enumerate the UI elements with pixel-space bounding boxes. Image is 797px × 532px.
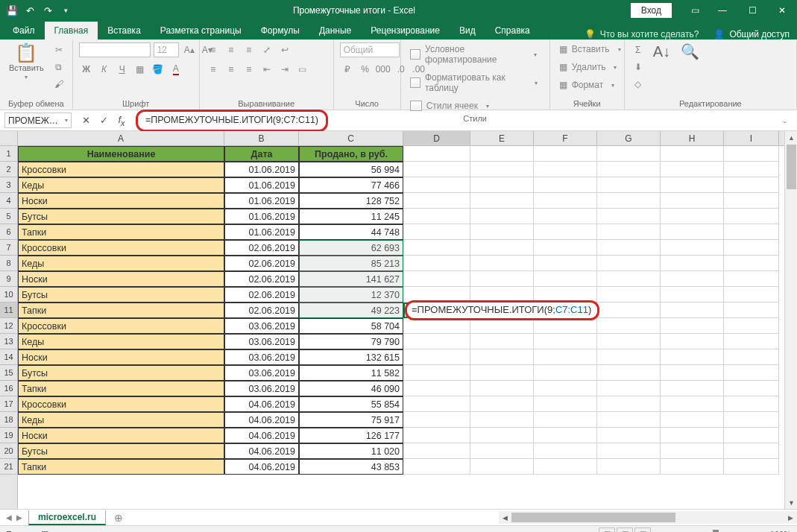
cell[interactable]: 01.06.2019: [224, 162, 299, 177]
cell[interactable]: [403, 209, 470, 224]
cell[interactable]: 04.06.2019: [224, 459, 299, 475]
row-header[interactable]: 15: [0, 365, 17, 381]
column-header[interactable]: E: [470, 131, 534, 145]
cell[interactable]: 01.06.2019: [224, 193, 299, 209]
cell[interactable]: [597, 162, 661, 177]
row-header[interactable]: 12: [0, 318, 17, 334]
next-sheet-icon[interactable]: ▶: [16, 513, 22, 522]
cell[interactable]: 03.06.2019: [224, 365, 299, 381]
align-middle-icon[interactable]: ≡: [224, 42, 239, 57]
cell[interactable]: Тапки: [18, 459, 224, 475]
cell[interactable]: [661, 459, 724, 475]
cell[interactable]: [661, 146, 724, 162]
cell[interactable]: [534, 412, 597, 428]
cell[interactable]: 12 370: [299, 287, 403, 303]
cells-area[interactable]: НаименованиеДатаПродано, в руб.Кроссовки…: [18, 146, 797, 509]
cell[interactable]: [534, 146, 597, 162]
cell[interactable]: 46 090: [299, 381, 403, 396]
cell[interactable]: Носки: [18, 428, 224, 443]
cell[interactable]: [724, 459, 779, 475]
cell[interactable]: 03.06.2019: [224, 381, 299, 396]
row-header[interactable]: 13: [0, 334, 17, 349]
cell[interactable]: [597, 428, 661, 443]
maximize-icon[interactable]: ☐: [737, 0, 767, 21]
cell[interactable]: [470, 334, 534, 349]
cell[interactable]: [534, 428, 597, 443]
column-header[interactable]: A: [18, 131, 224, 145]
cell[interactable]: [661, 334, 724, 349]
zoom-out-icon[interactable]: —: [652, 530, 670, 533]
cell[interactable]: [403, 256, 470, 271]
merge-icon[interactable]: ▭: [295, 62, 310, 77]
orientation-icon[interactable]: ⤢: [259, 42, 274, 57]
scroll-up-icon[interactable]: ▲: [785, 131, 797, 144]
cell[interactable]: [403, 334, 470, 349]
cell[interactable]: [470, 365, 534, 381]
name-box[interactable]: ПРОМЕЖ… ▾: [4, 113, 72, 128]
cell[interactable]: Кроссовки: [18, 162, 224, 177]
row-header[interactable]: 4: [0, 193, 17, 209]
cut-icon[interactable]: ✂: [51, 42, 66, 57]
row-header[interactable]: 7: [0, 240, 17, 256]
page-break-view-icon[interactable]: ▤: [634, 528, 651, 533]
cell-styles-button[interactable]: Стили ячеек▾: [407, 99, 496, 113]
cell[interactable]: [470, 177, 534, 193]
cell[interactable]: [661, 193, 724, 209]
cell[interactable]: 01.06.2019: [224, 224, 299, 240]
cell[interactable]: Наименование: [18, 146, 224, 162]
row-header[interactable]: 3: [0, 177, 17, 193]
cancel-formula-icon[interactable]: ✕: [79, 114, 92, 127]
column-header[interactable]: D: [403, 131, 470, 145]
cell[interactable]: 02.06.2019: [224, 303, 299, 318]
cell[interactable]: [534, 256, 597, 271]
cell[interactable]: [534, 396, 597, 412]
cell[interactable]: [597, 177, 661, 193]
cell[interactable]: [661, 177, 724, 193]
cell[interactable]: 141 627: [299, 271, 403, 287]
cell[interactable]: [724, 365, 779, 381]
cell[interactable]: [470, 256, 534, 271]
cell[interactable]: 01.06.2019: [224, 209, 299, 224]
scroll-thumb[interactable]: [787, 145, 796, 189]
cell[interactable]: 04.06.2019: [224, 412, 299, 428]
paste-button[interactable]: 📋 Вставить ▾: [6, 42, 47, 82]
cell[interactable]: [534, 443, 597, 459]
cell[interactable]: [403, 224, 470, 240]
redo-icon[interactable]: ↷: [40, 3, 55, 18]
save-icon[interactable]: 💾: [4, 3, 19, 18]
cell[interactable]: [597, 396, 661, 412]
cell[interactable]: [534, 459, 597, 475]
row-header[interactable]: 14: [0, 349, 17, 365]
conditional-formatting-button[interactable]: Условное форматирование▾: [407, 42, 544, 66]
row-header[interactable]: 11: [0, 303, 17, 318]
cell[interactable]: [597, 412, 661, 428]
cell[interactable]: Кеды: [18, 177, 224, 193]
cell[interactable]: 62 693: [299, 240, 403, 256]
scroll-right-icon[interactable]: ▶: [784, 514, 797, 522]
row-header[interactable]: 18: [0, 412, 17, 428]
font-color-icon[interactable]: A: [168, 62, 183, 77]
tab-file[interactable]: Файл: [3, 22, 45, 39]
format-as-table-button[interactable]: Форматировать как таблицу▾: [407, 71, 544, 95]
cell[interactable]: 02.06.2019: [224, 240, 299, 256]
align-top-icon[interactable]: ≡: [206, 42, 221, 57]
qat-customize-icon[interactable]: ▾: [58, 3, 73, 18]
cell[interactable]: 02.06.2019: [224, 271, 299, 287]
column-header[interactable]: I: [724, 131, 779, 145]
cell[interactable]: [470, 412, 534, 428]
cell[interactable]: [403, 146, 470, 162]
vertical-scrollbar[interactable]: ▲ ▼: [784, 131, 797, 509]
sheet-nav[interactable]: ◀▶: [0, 513, 28, 522]
worksheet-grid[interactable]: ABCDEFGHI 123456789101112131415161718192…: [0, 131, 797, 509]
cell[interactable]: Кеды: [18, 256, 224, 271]
zoom-level[interactable]: 100%: [766, 530, 791, 533]
row-header[interactable]: 16: [0, 381, 17, 396]
cell[interactable]: [597, 271, 661, 287]
cell[interactable]: 43 853: [299, 459, 403, 475]
cell[interactable]: [597, 349, 661, 365]
cell[interactable]: [724, 428, 779, 443]
font-name-combo[interactable]: [79, 42, 151, 57]
cell[interactable]: [470, 396, 534, 412]
cell[interactable]: 03.06.2019: [224, 318, 299, 334]
row-header[interactable]: 10: [0, 287, 17, 303]
